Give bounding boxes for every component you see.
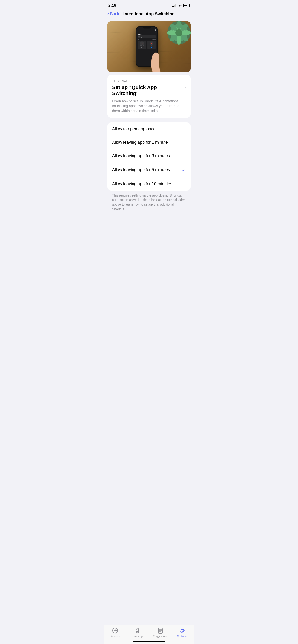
tutorial-content: TUTORIAL Set up "Quick App Switching" Le… [112,80,182,113]
svg-point-8 [177,36,181,44]
battery-icon [183,4,190,7]
option-5-minutes[interactable]: Allow leaving app for 5 minutes ✓ [107,163,191,177]
option-1-minute[interactable]: Allow leaving app for 1 minute [107,136,191,149]
option-3-minutes[interactable]: Allow leaving app for 3 minutes [107,149,191,163]
back-button[interactable]: ‹ Back [107,11,119,17]
tutorial-description: Learn how to set up Shortcuts Automation… [112,98,182,113]
back-chevron-icon: ‹ [107,11,109,17]
svg-point-4 [177,21,181,29]
svg-point-6 [182,30,191,35]
option-label-5min: Allow leaving app for 5 minutes [112,168,170,172]
finger-decoration [149,51,162,72]
status-bar: 2:19 [104,0,194,10]
status-time: 2:19 [108,3,116,8]
options-section: Allow to open app once Allow leaving app… [107,122,191,212]
options-list: Allow to open app once Allow leaving app… [107,122,191,190]
back-label: Back [110,12,119,16]
checkmark-icon: ✓ [182,167,186,173]
nav-bar: ‹ Back Intentional App Switching [104,10,194,19]
status-icons [172,4,190,7]
signal-icon [172,4,176,7]
tutorial-title: Set up "Quick App Switching" [112,84,182,97]
option-label-3min: Allow leaving app for 3 minutes [112,154,170,158]
page-title: Intentional App Switching [123,12,175,16]
wifi-icon [178,4,182,7]
option-label-once: Allow to open app once [112,126,155,132]
tutorial-label: TUTORIAL [112,80,182,83]
tutorial-card[interactable]: TUTORIAL Set up "Quick App Switching" Le… [107,75,191,118]
hero-image: 19:00 ▌▌▌ ‹ Edit Automation App When App [107,21,191,72]
succulent-decoration [166,21,191,46]
footer-note: This requires setting up the app closing… [112,193,186,212]
svg-point-3 [175,29,182,36]
tutorial-chevron-icon: › [184,84,186,90]
option-label-1min: Allow leaving app for 1 minute [112,140,168,145]
svg-point-10 [167,30,175,35]
option-open-once[interactable]: Allow to open app once [107,122,191,136]
option-10-minutes[interactable]: Allow leaving app for 10 minutes [107,177,191,190]
option-label-10min: Allow leaving app for 10 minutes [112,182,172,186]
